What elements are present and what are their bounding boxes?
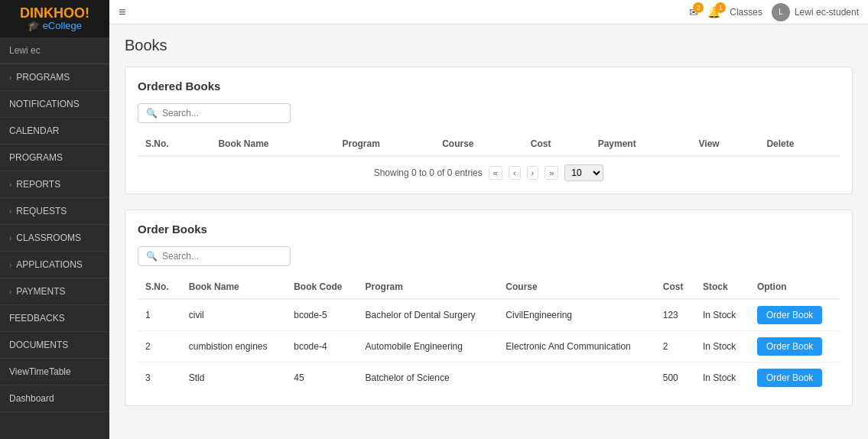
chevron-icon: › [9,234,11,242]
col-program: Program [358,275,499,299]
sidebar-item-label: DOCUMENTS [9,340,68,350]
sidebar-item-timetable[interactable]: ViewTimeTable [0,359,109,385]
sidebar-item-label: PROGRAMS [16,72,70,83]
cell-book-name: Stld [181,363,286,394]
main-content: Books Ordered Books 🔍 S.No. Book Name Pr… [109,24,868,439]
col-sno: S.No. [138,275,181,299]
pagination-next[interactable]: › [527,166,539,180]
cell-program: Bachelor of Dental Surgery [358,299,499,331]
user-menu[interactable]: L Lewi ec-student [772,3,859,21]
cell-course: CivilEngineering [498,299,655,331]
cell-course: Electronic And Communication [498,331,655,363]
cell-sno: 1 [138,299,181,331]
cell-book-name: civil [181,299,286,331]
col-course: Course [498,275,655,299]
mail-button[interactable]: ✉ 2 [689,6,698,18]
logo-hat: 🎓 [28,20,40,31]
sidebar-item-label: REQUESTS [16,206,67,216]
cell-option: Order Book [749,363,840,394]
col-payment: Payment [590,132,691,156]
hamburger-button[interactable]: ≡ [119,5,125,19]
col-sno: S.No. [138,132,210,156]
order-book-button[interactable]: Order Book [757,306,822,324]
sidebar-item-notifications[interactable]: NOTIFICATIONS [0,91,109,118]
cell-stock: In Stock [695,363,749,394]
avatar: L [772,3,790,21]
cell-cost: 2 [655,331,695,363]
chevron-icon: › [9,288,11,296]
col-program: Program [335,132,435,156]
order-book-button[interactable]: Order Book [757,369,822,387]
col-book-code: Book Code [286,275,357,299]
pagination-text: Showing 0 to 0 of 0 entries [374,167,483,178]
logo-ecollege: eCollege [43,20,82,31]
cell-cost: 500 [655,363,695,394]
pagination-prev[interactable]: ‹ [509,166,521,180]
col-cost: Cost [523,132,590,156]
col-cost: Cost [655,275,695,299]
cell-program: Automobile Engineering [358,331,499,363]
sidebar-item-applications[interactable]: › APPLICATIONS [0,252,109,278]
page-title: Books [125,37,853,54]
sidebar-item-label: REPORTS [16,179,60,190]
cell-course [498,363,655,394]
sidebar-item-dashboard[interactable]: Dashboard [0,385,109,412]
sidebar-item-programs-top[interactable]: › PROGRAMS [0,64,109,91]
cell-program: Batchelor of Science [358,363,499,394]
ordered-books-section: Ordered Books 🔍 S.No. Book Name Program … [125,67,853,194]
chevron-icon: › [9,261,11,269]
topbar: ≡ ✉ 2 🔔 1 Classes L Lewi ec-student [109,0,868,24]
logo: DINKHOO! 🎓 eCollege [0,0,109,37]
sidebar-item-calendar[interactable]: CALENDAR [0,118,109,145]
col-book-name: Book Name [210,132,334,156]
order-books-section: Order Books 🔍 S.No. Book Name Book Code … [125,210,853,406]
sidebar-item-feedbacks[interactable]: FEEDBACKS [0,305,109,332]
table-row: 2 cumbistion engines bcode-4 Automobile … [138,331,840,363]
ordered-books-table: S.No. Book Name Program Course Cost Paym… [138,132,840,157]
sidebar: DINKHOO! 🎓 eCollege Lewi ec › PROGRAMS N… [0,0,109,439]
sidebar-item-classrooms[interactable]: › CLASSROOMS [0,225,109,252]
sidebar-item-label: FEEDBACKS [9,313,65,324]
ordered-books-search-input[interactable] [162,108,282,119]
order-books-search-input[interactable] [162,251,282,262]
cell-sno: 2 [138,331,181,363]
sidebar-item-reports[interactable]: › REPORTS [0,171,109,198]
classes-link[interactable]: Classes [730,7,762,18]
pagination-last[interactable]: » [545,166,558,180]
sidebar-user: Lewi ec [0,37,109,64]
col-delete: Delete [759,132,840,156]
col-view: View [691,132,759,156]
sidebar-item-label: APPLICATIONS [16,259,82,270]
col-book-name: Book Name [181,275,286,299]
table-row: 1 civil bcode-5 Bachelor of Dental Surge… [138,299,840,331]
sidebar-item-programs-bottom[interactable]: PROGRAMS [0,145,109,171]
col-option: Option [749,275,840,299]
cell-cost: 123 [655,299,695,331]
mail-badge: 2 [693,2,704,13]
cell-book-name: cumbistion engines [181,331,286,363]
notification-button[interactable]: 🔔 1 [707,6,720,18]
order-books-title: Order Books [138,223,840,236]
sidebar-item-payments[interactable]: › PAYMENTS [0,278,109,305]
order-books-search-box: 🔍 [138,246,291,266]
ordered-books-title: Ordered Books [138,80,840,93]
order-book-button[interactable]: Order Book [757,337,822,356]
cell-sno: 3 [138,363,181,394]
username-label: Lewi ec-student [795,7,859,18]
sidebar-item-documents[interactable]: DOCUMENTS [0,332,109,359]
topbar-right: ✉ 2 🔔 1 Classes L Lewi ec-student [689,3,859,21]
cell-stock: In Stock [695,331,749,363]
notif-badge: 1 [715,2,726,13]
sidebar-item-label: CLASSROOMS [16,233,81,243]
ordered-books-pagination: Showing 0 to 0 of 0 entries « ‹ › » 10 2… [138,164,840,181]
sidebar-item-label: ViewTimeTable [9,366,71,377]
sidebar-item-label: Dashboard [9,393,54,404]
col-stock: Stock [695,275,749,299]
entries-select[interactable]: 10 25 50 100 [564,164,603,181]
col-course: Course [434,132,523,156]
cell-option: Order Book [749,331,840,363]
sidebar-item-requests[interactable]: › REQUESTS [0,198,109,225]
chevron-icon: › [9,73,11,82]
pagination-first[interactable]: « [489,166,502,180]
sidebar-item-label: CALENDAR [9,125,59,136]
